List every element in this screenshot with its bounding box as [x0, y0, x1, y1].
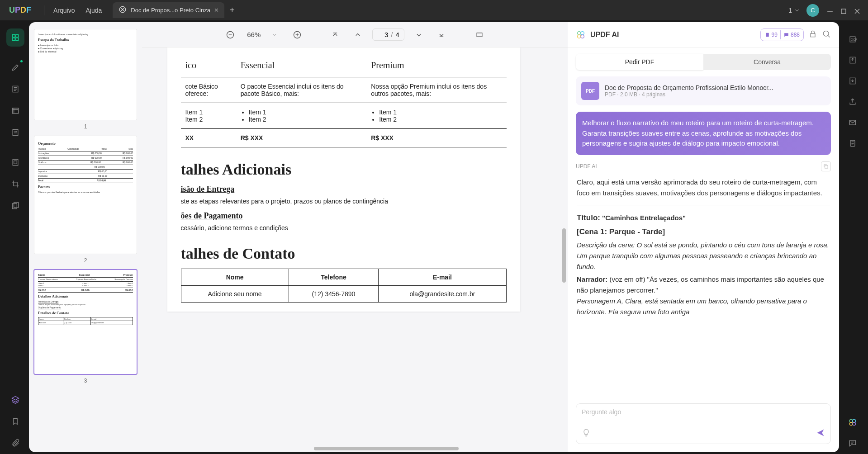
ai-input-field[interactable] — [582, 408, 825, 428]
tool-attachment[interactable] — [6, 434, 24, 452]
svg-rect-10 — [14, 161, 17, 164]
svg-point-18 — [578, 35, 581, 38]
svg-rect-20 — [766, 33, 769, 37]
minimize-icon[interactable] — [825, 7, 833, 14]
svg-text:OCR: OCR — [851, 38, 857, 41]
tool-print[interactable] — [844, 134, 862, 152]
right-toolbar: OCR — [839, 22, 866, 452]
page-number-input[interactable]: / 4 — [372, 28, 404, 41]
svg-rect-11 — [12, 203, 17, 209]
menu-help[interactable]: Ajuda — [80, 3, 107, 18]
tool-thumbnails[interactable] — [6, 28, 24, 47]
document-viewport[interactable]: icoEssencialPremium cote Básico oferece:… — [142, 47, 568, 452]
heading-delivery: isão de Entrega — [181, 184, 507, 194]
thumbnail-page-1[interactable]: Lorem ipsum dolor sit amet consectetur a… — [34, 29, 137, 120]
svg-rect-4 — [12, 38, 15, 41]
search-icon[interactable] — [822, 29, 831, 40]
user-avatar[interactable]: C — [806, 4, 819, 17]
zoom-value[interactable]: 66% — [245, 31, 263, 38]
ai-panel-title: UPDF AI — [590, 31, 756, 39]
svg-rect-21 — [811, 33, 815, 37]
last-page-button[interactable] — [433, 27, 450, 43]
tool-bookmark[interactable] — [6, 412, 24, 430]
thumb-num-2: 2 — [34, 257, 137, 264]
left-toolbar — [2, 22, 29, 452]
fit-width-button[interactable] — [471, 27, 488, 43]
svg-point-16 — [578, 31, 581, 34]
tool-export[interactable] — [844, 72, 862, 90]
attached-file-card[interactable]: PDF Doc de Proposta de Orçamento Profiss… — [576, 76, 831, 105]
svg-point-19 — [581, 35, 584, 38]
svg-point-31 — [853, 419, 856, 422]
heading-contact: talhes de Contato — [181, 245, 507, 262]
tool-compress[interactable] — [6, 153, 24, 171]
ai-logo-icon — [576, 30, 586, 40]
file-name: Doc de Proposta de Orçamento Profissiona… — [605, 84, 825, 91]
tool-ai[interactable] — [844, 413, 862, 431]
window-count[interactable]: 1 — [788, 7, 800, 14]
badge-chat-icon: 888 — [780, 30, 800, 39]
tool-redact[interactable] — [6, 197, 24, 215]
zoom-in-button[interactable] — [289, 27, 305, 43]
ai-credits[interactable]: 99 888 — [760, 28, 804, 41]
suggestions-button[interactable] — [582, 428, 591, 439]
tool-crop[interactable] — [6, 175, 24, 193]
tab-title: Doc de Propos...o Preto Cinza — [131, 7, 210, 14]
tool-form[interactable] — [6, 123, 24, 142]
tool-convert[interactable] — [844, 51, 862, 69]
svg-rect-23 — [825, 165, 828, 168]
close-icon[interactable] — [853, 7, 860, 14]
tool-layers[interactable] — [6, 391, 24, 409]
svg-rect-2 — [12, 34, 15, 37]
ai-panel: UPDF AI 99 888 Pedir PDF Conversa PDF Do… — [568, 22, 839, 452]
tool-email[interactable] — [844, 114, 862, 132]
svg-rect-8 — [13, 129, 18, 135]
heading-details: talhes Adicionais — [181, 161, 507, 178]
horizontal-scrollbar[interactable] — [314, 447, 459, 450]
svg-rect-12 — [14, 203, 19, 208]
svg-rect-7 — [12, 108, 18, 114]
svg-point-32 — [849, 422, 853, 426]
zoom-out-button[interactable] — [222, 27, 238, 43]
new-tab-button[interactable]: + — [230, 5, 235, 15]
file-meta: PDF · 2.0 MB · 4 páginas — [605, 91, 825, 98]
menu-file[interactable]: Arquivo — [48, 3, 80, 18]
tool-annotate[interactable] — [6, 58, 24, 76]
app-logo: UPDF — [0, 5, 40, 15]
document-tab[interactable]: Doc de Propos...o Preto Cinza ✕ — [113, 2, 224, 18]
svg-rect-5 — [16, 38, 19, 41]
svg-point-17 — [581, 31, 584, 34]
send-button[interactable] — [816, 428, 825, 439]
svg-rect-15 — [477, 33, 482, 36]
next-page-button[interactable] — [411, 27, 427, 43]
tool-comments[interactable] — [844, 434, 862, 452]
vertical-scrollbar[interactable] — [562, 228, 566, 283]
page-toolbar: 66% / 4 — [142, 22, 568, 47]
svg-rect-3 — [16, 34, 19, 37]
tab-ask-pdf[interactable]: Pedir PDF — [576, 54, 703, 70]
lock-icon[interactable] — [808, 29, 817, 40]
document-page: icoEssencialPremium cote Básico oferece:… — [167, 47, 520, 312]
ai-response: Claro, aqui está uma versão aprimorada d… — [576, 175, 831, 319]
tool-share[interactable] — [844, 93, 862, 111]
tool-edit[interactable] — [6, 80, 24, 98]
prev-page-button[interactable] — [350, 27, 366, 43]
tab-close-icon[interactable]: ✕ — [214, 7, 219, 14]
pdf-file-icon: PDF — [581, 82, 599, 100]
maximize-icon[interactable] — [839, 7, 846, 14]
tab-chat[interactable]: Conversa — [703, 54, 831, 70]
thumb-num-3: 3 — [34, 378, 137, 384]
first-page-button[interactable] — [327, 27, 343, 43]
svg-point-22 — [823, 31, 829, 36]
svg-point-33 — [853, 422, 856, 426]
tool-ocr[interactable]: OCR — [844, 30, 862, 48]
thumbnail-page-3[interactable]: BásicoEssencialPremium O pacote Básico o… — [34, 270, 137, 374]
ai-conversation: PDF Doc de Proposta de Orçamento Profiss… — [568, 70, 839, 398]
copy-button[interactable] — [821, 161, 831, 171]
thumbnail-page-2[interactable]: Orçamento ProdutoQuantidadePreçoTotal Il… — [34, 136, 137, 254]
current-page-field[interactable] — [377, 31, 388, 38]
zoom-dropdown[interactable] — [266, 27, 283, 43]
tool-pages[interactable] — [6, 102, 24, 120]
separator — [44, 5, 44, 15]
ai-input-box[interactable] — [576, 403, 831, 444]
